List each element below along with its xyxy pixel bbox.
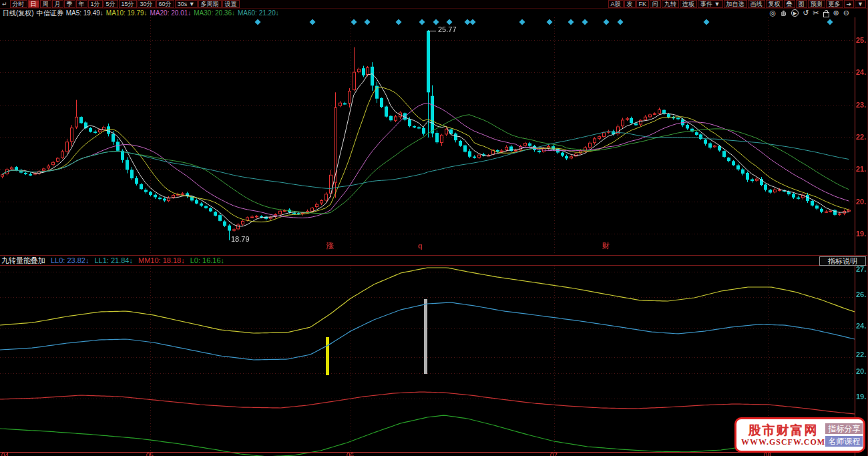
date-axis-label: 04 — [1, 453, 9, 456]
tool-tab-加自选[interactable]: 加自选 — [724, 0, 747, 8]
indicator-name: 九转量能叠加 — [1, 256, 45, 265]
toolbar-tools-right: A股发FK间九转连板事件 ▼加自选画线复权叠图预测更多➔▼ — [608, 0, 868, 8]
watermark-title: 股市财富网 — [748, 423, 819, 437]
tool-tab-连板[interactable]: 连板 — [680, 0, 697, 8]
symbol-name[interactable]: 中信证券 — [37, 9, 63, 17]
undo-icon[interactable]: ↺ — [803, 9, 809, 17]
indicator-value: LL0: 23.82↓ — [51, 256, 89, 265]
date-axis-label: 06 — [347, 453, 354, 456]
tool-tab-FK[interactable]: FK — [636, 0, 650, 8]
price-axis-label: 25. — [856, 36, 868, 44]
main-price-chart: 25.24.23.22.21.20.19. — [0, 17, 868, 255]
return-arrow-icon[interactable]: ↵ — [0, 0, 9, 8]
indicator-axis-label: 19. — [856, 393, 868, 401]
price-tag: 18.79 — [231, 236, 250, 243]
event-marker: 财 — [602, 242, 610, 250]
indicator-value: LL1: 21.84↓ — [95, 256, 134, 265]
period-tab-设置[interactable]: 设置 — [222, 0, 240, 8]
tool-tab-复权[interactable]: 复权 — [766, 0, 783, 8]
watermark-badge: 指标分享 — [825, 423, 863, 434]
price-tag: 25.77 — [438, 26, 457, 33]
indicator-axis-label: 26. — [856, 290, 868, 298]
tool-tab-间[interactable]: 间 — [650, 0, 661, 8]
indicator-value: L0: 16.16↓ — [190, 256, 224, 265]
watermark: 股市财富网 WWW.GSCFW.COM 指标分享名师课程 — [734, 417, 865, 453]
info-bar: 日线(复权) 中信证券 MA5: 19.49↓MA10: 19.79↓MA20:… — [0, 9, 868, 17]
indicator-header-bar: 九转量能叠加 LL0: 23.82↓LL1: 21.84↓MM10: 18.18… — [0, 255, 868, 266]
watermark-text: 股市财富网 WWW.GSCFW.COM — [741, 423, 825, 447]
ma-value: MA20: 20.01↓ — [150, 9, 192, 17]
date-axis-label: 07 — [550, 453, 558, 456]
period-tab-30s ▼[interactable]: 30s ▼ — [175, 0, 198, 8]
date-axis-label: 08 — [764, 453, 771, 456]
tool-tab-事件▼[interactable]: 事件 ▼ — [698, 0, 722, 8]
indicator-axis-label: 24. — [856, 322, 868, 330]
zoom-out-icon[interactable]: ⊖ — [843, 9, 849, 17]
ma-value: MA30: 20.36↓ — [194, 9, 235, 17]
indicator-axis-label: 27. — [856, 265, 868, 273]
play-icon[interactable]: ▸ — [791, 9, 799, 17]
price-axis-label: 23. — [856, 101, 868, 109]
period-label: 日线(复权) — [3, 9, 34, 17]
indicator-values: LL0: 23.82↓LL1: 21.84↓MM10: 18.18↓L0: 16… — [45, 256, 224, 265]
period-tab-30分[interactable]: 30分 — [138, 0, 156, 8]
price-axis-label: 22. — [856, 133, 868, 141]
watermark-badges: 指标分享名师课程 — [825, 423, 863, 447]
trading-app-window: ↵分时日周月季年1分5分15分30分60分30s ▼多周期设置 A股发FK间九转… — [0, 0, 868, 456]
toolbar-period: ↵分时日周月季年1分5分15分30分60分30s ▼多周期设置 A股发FK间九转… — [0, 0, 868, 9]
dropdown-icon[interactable]: ▼ — [855, 0, 866, 8]
period-tab-日[interactable]: 日 — [28, 0, 39, 8]
tool-tab-九转[interactable]: 九转 — [662, 0, 679, 8]
price-axis-label: 20. — [856, 198, 868, 206]
scissors-icon[interactable]: ✂ — [813, 9, 819, 17]
tool-tab-A股[interactable]: A股 — [608, 0, 624, 8]
eye-icon[interactable]: ◎ — [770, 9, 777, 17]
price-axis-label: 24. — [856, 68, 868, 76]
period-tab-60分[interactable]: 60分 — [156, 0, 174, 8]
indicator-axis-label: 22. — [856, 351, 868, 359]
period-tab-周[interactable]: 周 — [40, 0, 51, 8]
period-tab-15分[interactable]: 15分 — [119, 0, 137, 8]
tool-tab-预测[interactable]: 预测 — [808, 0, 825, 8]
indicator-help-button[interactable]: 指标说明 — [819, 256, 866, 266]
chart-tool-icons: ◎▸↺✂⊕⊖ — [770, 9, 868, 18]
period-tab-1分[interactable]: 1分 — [88, 0, 103, 8]
indicator-axis-label: 20. — [856, 367, 868, 375]
period-tab-分时[interactable]: 分时 — [10, 0, 27, 8]
main-chart-canvas[interactable] — [0, 17, 868, 255]
ma-values: MA5: 19.49↓MA10: 19.79↓MA20: 20.01↓MA30:… — [63, 9, 279, 17]
price-axis-label: 21. — [856, 165, 868, 173]
watermark-badge: 名师课程 — [825, 436, 863, 447]
tool-tab-图[interactable]: 图 — [796, 0, 807, 8]
tool-tab-发[interactable]: 发 — [624, 0, 636, 8]
ma-value: MA10: 19.79↓ — [106, 9, 148, 17]
jump-arrow-icon[interactable]: ➔ — [844, 0, 855, 8]
ma-value: MA60: 21.20↓ — [238, 9, 279, 17]
tool-tab-画线[interactable]: 画线 — [748, 0, 765, 8]
watermark-url: WWW.GSCFW.COM — [741, 437, 825, 447]
tool-tab-叠[interactable]: 叠 — [784, 0, 795, 8]
toolbar-period-left: ↵分时日周月季年1分5分15分30分60分30s ▼多周期设置 — [0, 0, 240, 8]
price-axis-label: 19. — [856, 230, 868, 238]
date-axis-label: 05 — [146, 453, 154, 456]
indicator-value: MM10: 18.18↓ — [138, 256, 185, 265]
period-tab-多周期[interactable]: 多周期 — [198, 0, 222, 8]
lock-icon[interactable] — [823, 12, 829, 17]
event-marker: q — [418, 242, 423, 250]
period-tab-5分[interactable]: 5分 — [103, 0, 118, 8]
period-tab-季[interactable]: 季 — [64, 0, 75, 8]
ma-value: MA5: 19.49↓ — [66, 9, 103, 17]
event-marker: 涨 — [327, 242, 334, 250]
tool-tab-更多[interactable]: 更多 — [826, 0, 843, 8]
hand-icon[interactable] — [780, 9, 787, 18]
period-tab-月[interactable]: 月 — [52, 0, 63, 8]
period-tab-年[interactable]: 年 — [76, 0, 87, 8]
zoom-in-icon[interactable]: ⊕ — [833, 9, 839, 17]
